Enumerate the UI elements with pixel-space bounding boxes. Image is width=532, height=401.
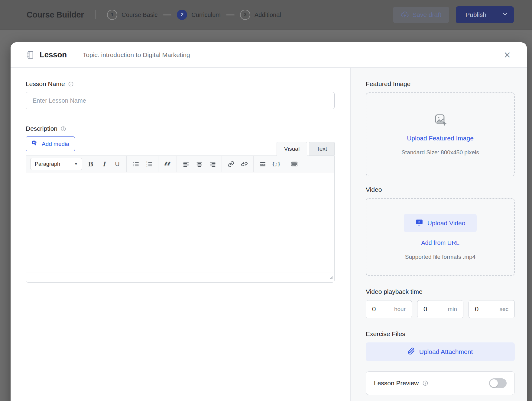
min-input[interactable] bbox=[423, 305, 439, 313]
exercise-files-label: Exercise Files bbox=[366, 330, 515, 338]
read-more-tag-button[interactable] bbox=[257, 158, 269, 170]
lesson-preview-card: Lesson Preview bbox=[366, 371, 515, 395]
description-textarea[interactable] bbox=[26, 172, 334, 272]
publish-split-button: Publish bbox=[456, 6, 514, 23]
step-number-badge: 3 bbox=[240, 10, 250, 20]
info-icon[interactable] bbox=[68, 81, 74, 87]
step-number-badge: 1 bbox=[107, 10, 117, 20]
header-divider bbox=[95, 10, 96, 19]
lesson-preview-label: Lesson Preview bbox=[374, 380, 419, 387]
step-curriculum[interactable]: 2 Curriculum bbox=[177, 10, 221, 20]
lesson-modal-body: Lesson Name Description bbox=[11, 68, 527, 401]
media-icon bbox=[31, 140, 38, 148]
bold-button[interactable]: B bbox=[85, 158, 97, 170]
close-icon: × bbox=[504, 49, 511, 61]
editor-statusbar bbox=[26, 272, 334, 282]
save-draft-button[interactable]: Save draft bbox=[393, 7, 449, 23]
align-right-button[interactable] bbox=[206, 158, 219, 170]
chevron-down-icon bbox=[502, 11, 508, 19]
cloud-upload-icon bbox=[401, 11, 409, 19]
hour-input[interactable] bbox=[372, 305, 387, 313]
publish-options-caret[interactable] bbox=[496, 6, 514, 23]
step-connector bbox=[226, 14, 235, 15]
tab-text[interactable]: Text bbox=[309, 142, 335, 156]
title-divider bbox=[75, 50, 75, 59]
paragraph-style-dropdown[interactable]: Paragraph ▼ bbox=[30, 158, 82, 170]
description-editor: Paragraph ▼ B I U bbox=[26, 156, 335, 283]
video-label: Video bbox=[366, 186, 515, 193]
hour-unit-label: hour bbox=[394, 306, 406, 313]
insert-link-button[interactable] bbox=[225, 158, 237, 170]
exercise-files-section: Exercise Files Upload Attachment bbox=[366, 330, 515, 361]
screen: Course Builder 1 Course Basic 2 Curricul… bbox=[0, 0, 532, 401]
min-unit-label: min bbox=[448, 306, 457, 313]
modal-title: Lesson bbox=[40, 50, 67, 59]
image-plus-icon bbox=[434, 113, 447, 127]
lesson-sidebar-panel: Featured Image Upload Featured Image Sta… bbox=[351, 68, 527, 401]
step-number-badge: 2 bbox=[177, 10, 187, 20]
align-center-button[interactable] bbox=[193, 158, 205, 170]
topic-subtitle: Topic: introduction to Digital Marketing bbox=[83, 51, 190, 59]
dropdown-caret-icon: ▼ bbox=[74, 162, 78, 166]
editor-toolbar: Paragraph ▼ B I U bbox=[26, 156, 334, 172]
numbered-list-button[interactable]: 1 2 3 bbox=[143, 158, 155, 170]
tab-visual[interactable]: Visual bbox=[277, 142, 307, 156]
header-actions: Save draft Publish bbox=[393, 6, 514, 23]
svg-text:3: 3 bbox=[146, 165, 147, 167]
course-builder-header: Course Builder 1 Course Basic 2 Curricul… bbox=[0, 0, 532, 30]
remove-link-button[interactable] bbox=[238, 158, 250, 170]
playback-sec-field: sec bbox=[469, 300, 515, 318]
page-title: Course Builder bbox=[27, 10, 84, 20]
add-from-url-link[interactable]: Add from URL bbox=[421, 239, 459, 246]
editor-mode-tabs: Visual Text bbox=[275, 142, 335, 156]
keyboard-shortcuts-button[interactable] bbox=[288, 158, 300, 170]
align-left-button[interactable] bbox=[180, 158, 192, 170]
video-playback-section: Video playback time hour min sec bbox=[366, 288, 515, 318]
upload-attachment-button[interactable]: Upload Attachment bbox=[366, 342, 515, 361]
blockquote-button[interactable]: “ bbox=[161, 158, 174, 170]
step-connector bbox=[163, 14, 171, 15]
lesson-notebook-icon bbox=[26, 50, 35, 59]
paperclip-icon bbox=[408, 348, 415, 356]
sec-unit-label: sec bbox=[499, 306, 508, 313]
info-icon[interactable] bbox=[60, 126, 66, 132]
upload-featured-image-button[interactable]: Upload Featured Image bbox=[407, 135, 474, 142]
featured-image-label: Featured Image bbox=[366, 80, 515, 88]
playback-hour-field: hour bbox=[366, 300, 412, 318]
video-format-hint: Supported file formats .mp4 bbox=[405, 254, 475, 260]
step-indicator: 1 Course Basic 2 Curriculum 3 Additional bbox=[107, 10, 281, 20]
featured-image-dropzone[interactable]: Upload Featured Image Standard Size: 800… bbox=[366, 92, 515, 176]
publish-button[interactable]: Publish bbox=[456, 6, 496, 23]
playback-time-label: Video playback time bbox=[366, 288, 515, 295]
description-label: Description bbox=[26, 125, 57, 132]
step-course-basic[interactable]: 1 Course Basic bbox=[107, 10, 157, 20]
lesson-modal: Lesson Topic: introduction to Digital Ma… bbox=[11, 42, 527, 401]
playback-min-field: min bbox=[417, 300, 463, 318]
lesson-form-panel: Lesson Name Description bbox=[11, 68, 351, 401]
bullet-list-button[interactable] bbox=[130, 158, 142, 170]
toggle-knob bbox=[490, 379, 498, 387]
info-icon[interactable] bbox=[422, 380, 428, 386]
step-additional[interactable]: 3 Additional bbox=[240, 10, 281, 20]
video-dropzone: Upload Video Add from URL Supported file… bbox=[366, 198, 515, 276]
lesson-modal-header: Lesson Topic: introduction to Digital Ma… bbox=[11, 42, 527, 68]
lesson-name-label: Lesson Name bbox=[26, 80, 65, 88]
close-button[interactable]: × bbox=[503, 49, 512, 61]
lesson-preview-toggle[interactable] bbox=[489, 378, 507, 388]
sec-input[interactable] bbox=[475, 305, 490, 313]
code-button[interactable]: {;} bbox=[270, 158, 282, 170]
upload-video-button[interactable]: Upload Video bbox=[404, 214, 477, 232]
lesson-name-input[interactable] bbox=[26, 92, 335, 109]
add-media-button[interactable]: Add media bbox=[26, 136, 75, 151]
italic-button[interactable]: I bbox=[98, 158, 110, 170]
featured-image-hint: Standard Size: 800x450 pixels bbox=[401, 149, 479, 156]
video-icon bbox=[415, 218, 423, 228]
underline-button[interactable]: U bbox=[111, 158, 123, 170]
resize-grip[interactable] bbox=[328, 275, 332, 280]
